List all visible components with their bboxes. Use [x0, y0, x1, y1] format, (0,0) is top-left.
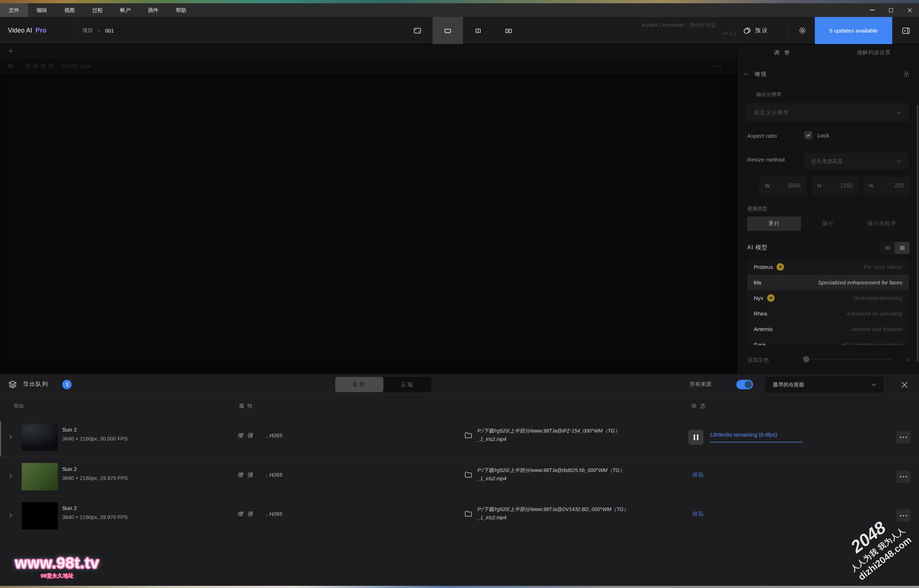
maximize-button[interactable]	[882, 3, 900, 17]
model-option-gaia[interactable]: Gaia ★ HQ / animation upscaling	[747, 337, 909, 345]
more-options-icon[interactable]	[713, 65, 721, 67]
panel-scrollbar[interactable]	[917, 105, 918, 362]
scale-percent-field[interactable]: % 200	[863, 177, 910, 195]
queue-target-device[interactable]: 装置	[335, 377, 383, 392]
breadcrumb-current: 001	[105, 28, 114, 34]
aspect-ratio-label: Aspect ratio	[747, 132, 777, 139]
all-sources-toggle[interactable]	[736, 380, 753, 389]
queue-count-badge: 3	[62, 380, 71, 389]
resize-method-dropdown[interactable]: 优先考虑高度	[804, 153, 909, 170]
ai-model-label: AI 模型	[747, 244, 768, 252]
expand-row-chevron-icon[interactable]	[8, 512, 14, 518]
status-remaining-link[interactable]: 13h9m9s remaining (6.8fps)	[710, 431, 777, 438]
close-window-button[interactable]	[900, 3, 919, 17]
menu-bar: 文件 编辑 视图 过程 帐户 插件 帮助	[0, 3, 919, 17]
menu-item-file[interactable]: 文件	[0, 3, 28, 17]
enhancement-section-header[interactable]: 增强	[737, 67, 919, 81]
queue-target-cloud[interactable]: 云端	[383, 377, 431, 392]
pause-icon	[694, 435, 695, 440]
export-queue-panel: 导出队列 3 装置 云端 所有来源 最早的在前面 导出 属 性 状 态 Sun …	[0, 374, 919, 588]
single-view-icon	[443, 26, 452, 35]
model-list-view-button[interactable]	[895, 242, 909, 254]
video-thumbnail[interactable]	[22, 502, 58, 530]
presets-button[interactable]: 预设	[742, 17, 769, 44]
video-type-progressive[interactable]: 逐行	[747, 216, 801, 231]
width-field[interactable]: W 3840	[759, 177, 806, 195]
row-menu-button[interactable]	[896, 470, 911, 483]
video-thumbnail[interactable]	[22, 423, 58, 451]
model-option-iris[interactable]: Iris ★ Specialized enhancement for faces	[747, 275, 909, 290]
view-mode-side-by-side-button[interactable]	[493, 17, 524, 44]
tab-codec-settings[interactable]: 编解码器设置	[828, 44, 919, 61]
video-type-interlaced[interactable]: 隔行	[801, 216, 855, 231]
queue-scrollbar[interactable]	[0, 421, 1, 456]
add-grain-control: 添加杂色 0	[737, 354, 919, 367]
progress-bar	[710, 442, 803, 443]
breadcrumb-chevron-icon: ›	[98, 27, 100, 34]
aspect-lock-checkbox[interactable]	[804, 131, 812, 139]
add-video-button[interactable]: +	[8, 45, 14, 57]
row-properties: 增 强 , H265	[237, 472, 282, 478]
star-badge-icon: ★	[767, 294, 775, 302]
divider	[75, 17, 75, 44]
video-type-interlaced-progressive[interactable]: 隔行的程序	[855, 216, 909, 231]
expand-row-chevron-icon[interactable]	[8, 473, 14, 479]
presets-icon	[742, 26, 752, 36]
minimize-icon	[870, 10, 875, 10]
panel-tabs: 调 整 编解码器设置	[737, 44, 919, 61]
grain-slider-track[interactable]	[811, 359, 893, 360]
chevron-down-icon	[743, 71, 749, 77]
updates-available-button[interactable]: 5 updates available	[815, 17, 892, 44]
add-grain-label: 添加杂色	[747, 357, 769, 363]
window-controls	[862, 3, 919, 17]
minimize-button[interactable]	[862, 3, 882, 17]
resize-method-label: Resize method	[747, 157, 784, 163]
filter-summary-bar: fx 视频增强 Iris MQ, Auto	[0, 58, 737, 74]
menu-item-process[interactable]: 过程	[84, 3, 112, 17]
pause-button[interactable]	[688, 430, 703, 445]
menu-item-view[interactable]: 视图	[56, 3, 84, 17]
view-mode-fit-button[interactable]	[402, 17, 433, 44]
menu-item-edit[interactable]: 编辑	[28, 3, 56, 17]
breadcrumb-root[interactable]: 项目	[83, 27, 93, 34]
row-menu-button[interactable]	[896, 431, 911, 443]
menu-item-plugins[interactable]: 插件	[139, 3, 167, 17]
queue-header: 导出队列 3	[8, 374, 71, 395]
view-mode-single-button[interactable]	[433, 17, 463, 44]
settings-button[interactable]	[794, 17, 811, 44]
queue-sort-dropdown[interactable]: 最早的在前面	[765, 376, 883, 393]
model-option-rhea[interactable]: Rhea ★ Advanced 4x upscaling	[747, 306, 909, 321]
model-option-nyx[interactable]: Nyx ★ Dedicated denoising	[747, 290, 909, 306]
video-preview-region: + fx 视频增强 Iris MQ, Auto	[0, 44, 737, 374]
maximize-icon	[889, 8, 893, 12]
grain-slider-knob[interactable]	[803, 356, 809, 362]
collapse-panel-button[interactable]	[896, 17, 916, 44]
chevron-down-icon	[896, 109, 902, 116]
expand-row-chevron-icon[interactable]	[8, 434, 14, 440]
close-queue-button[interactable]	[898, 378, 911, 392]
menu-item-help[interactable]: 帮助	[167, 3, 195, 17]
view-mode-split-button[interactable]	[463, 17, 493, 44]
video-thumbnail[interactable]	[22, 463, 58, 490]
check-icon	[806, 132, 811, 138]
star-badge-icon: ★	[776, 263, 784, 271]
tab-adjustments[interactable]: 调 整	[737, 44, 828, 61]
menu-item-account[interactable]: 帐户	[112, 3, 139, 17]
queue-row: Sun 2 3840 × 2160px, 29.970 FPS 增 强 , H2…	[0, 457, 919, 496]
model-grid-view-button[interactable]	[880, 242, 895, 254]
model-option-proteus[interactable]: Proteus ★ For most videos	[747, 259, 909, 275]
height-field[interactable]: H 2160	[812, 177, 859, 195]
video-type-segmented: 逐行 隔行 隔行的程序	[747, 216, 909, 231]
lock-icon[interactable]	[903, 71, 910, 78]
video-canvas[interactable]	[8, 81, 720, 359]
video-meta: 3840 × 2160px, 29.970 FPS	[62, 514, 128, 520]
view-mode-group	[402, 17, 524, 44]
queue-row: Sun 2 3840 × 2160px, 29.970 FPS 增 强 , H2…	[0, 496, 919, 535]
model-option-artemis[interactable]: Artemis ★ Denoise and sharpen	[747, 321, 909, 337]
column-header-status: 状 态	[692, 403, 706, 409]
watermark-98t: www.98t.tv 98堂永久地址	[6, 554, 108, 579]
column-header-properties: 属 性	[239, 403, 253, 409]
resolution-preset-dropdown[interactable]: 自定义分辨率	[746, 103, 909, 122]
output-resolution-label: 输出分辨率	[756, 91, 781, 98]
queue-target-segmented: 装置 云端	[335, 377, 431, 392]
